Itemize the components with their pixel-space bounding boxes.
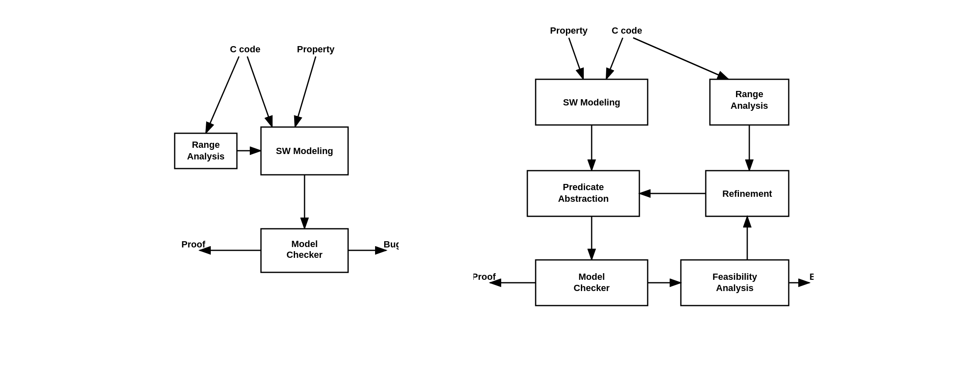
svg-text:SW Modeling: SW Modeling	[276, 146, 333, 156]
diagram2-property-label: Property	[550, 25, 588, 36]
svg-line-22	[633, 38, 729, 79]
svg-line-2	[295, 56, 316, 127]
diagram-1: C code Property Range Analysis SW Modeli…	[166, 29, 399, 343]
diagram1-property-label: Property	[297, 44, 335, 54]
svg-line-20	[569, 38, 583, 79]
svg-text:Range: Range	[735, 89, 763, 99]
svg-text:Model: Model	[291, 239, 318, 249]
svg-text:Proof: Proof	[181, 239, 205, 250]
diagram2-ccode-label: C code	[612, 25, 642, 36]
svg-text:Proof: Proof	[473, 272, 496, 282]
svg-text:Predicate: Predicate	[563, 182, 604, 192]
svg-text:Analysis: Analysis	[731, 100, 768, 111]
svg-text:Refinement: Refinement	[722, 188, 772, 199]
svg-line-1	[247, 56, 272, 127]
svg-text:Analysis: Analysis	[716, 283, 754, 293]
svg-text:Abstraction: Abstraction	[558, 193, 609, 204]
svg-text:Feasibility: Feasibility	[712, 272, 757, 282]
svg-text:Range: Range	[192, 140, 219, 150]
svg-text:Bug: Bug	[809, 272, 814, 282]
svg-text:Checker: Checker	[574, 283, 610, 293]
svg-text:Bug: Bug	[384, 239, 399, 250]
svg-text:Analysis: Analysis	[187, 151, 225, 162]
svg-line-21	[606, 38, 623, 79]
svg-text:SW Modeling: SW Modeling	[563, 97, 620, 108]
diagrams-container: C code Property Range Analysis SW Modeli…	[0, 0, 980, 372]
svg-line-0	[206, 56, 239, 133]
svg-text:Model: Model	[578, 272, 605, 282]
svg-text:Checker: Checker	[287, 250, 323, 260]
diagram-2: Property C code SW Modeling Range Analys…	[473, 15, 814, 357]
diagram1-ccode-label: C code	[230, 44, 260, 54]
